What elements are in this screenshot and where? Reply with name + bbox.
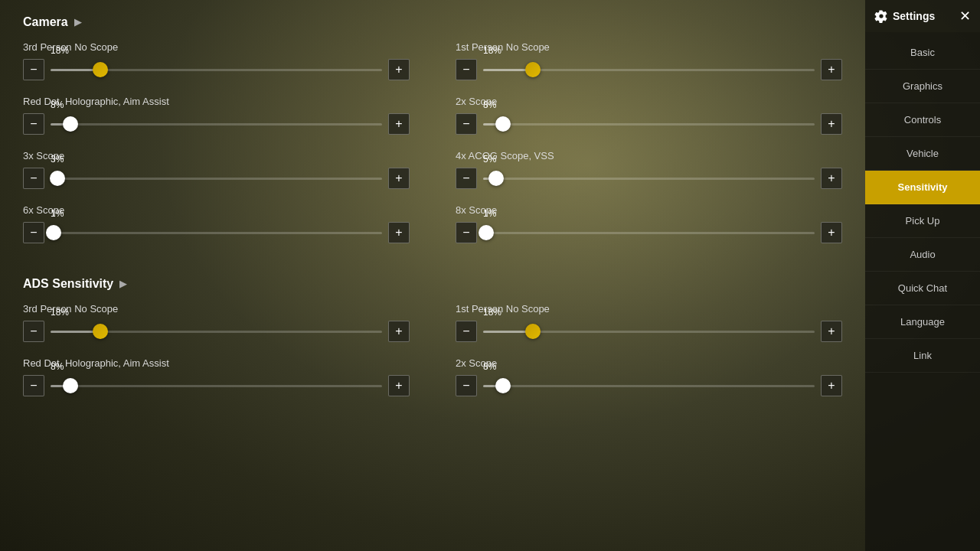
sidebar-item-language[interactable]: Language <box>865 305 980 339</box>
slider-plus-2x-scope[interactable]: + <box>821 113 842 135</box>
slider-minus-4x-acog[interactable]: − <box>456 168 477 189</box>
slider-plus-1st-no-scope[interactable]: + <box>821 59 842 80</box>
slider-row-ads-3rd-no-scope: −18%+ <box>23 321 410 342</box>
slider-minus-3x-scope[interactable]: − <box>23 168 44 189</box>
slider-thumb-3rd-no-scope[interactable] <box>93 62 108 77</box>
slider-minus-ads-1st-no-scope[interactable]: − <box>456 321 477 342</box>
slider-track-ads-2x-scope[interactable] <box>483 385 815 387</box>
settings-header-title: Settings <box>874 9 935 23</box>
slider-thumb-3x-scope[interactable] <box>50 171 65 186</box>
slider-value-8x-scope: 1% <box>483 208 496 219</box>
slider-row-ads-red-dot: −8%+ <box>23 375 410 396</box>
slider-minus-6x-scope[interactable]: − <box>23 222 44 243</box>
slider-row-1st-no-scope: −18%+ <box>456 59 842 80</box>
slider-value-red-dot: 8% <box>51 99 64 110</box>
slider-plus-ads-3rd-no-scope[interactable]: + <box>388 321 410 342</box>
slider-plus-3rd-no-scope[interactable]: + <box>388 59 410 80</box>
sidebar-item-graphics[interactable]: Graphics <box>865 70 980 103</box>
slider-track-red-dot[interactable] <box>51 123 382 126</box>
slider-thumb-4x-acog[interactable] <box>488 171 504 186</box>
slider-row-ads-1st-no-scope: −18%+ <box>456 321 842 342</box>
slider-minus-2x-scope[interactable]: − <box>456 113 477 135</box>
sidebar-item-vehicle[interactable]: Vehicle <box>865 137 980 171</box>
slider-thumb-ads-1st-no-scope[interactable] <box>525 324 541 339</box>
sidebar-item-audio[interactable]: Audio <box>865 238 980 272</box>
sidebar-item-basic[interactable]: Basic <box>865 36 980 70</box>
slider-track-ads-1st-no-scope[interactable] <box>483 331 815 333</box>
slider-value-ads-2x-scope: 8% <box>483 361 496 372</box>
slider-thumb-6x-scope[interactable] <box>46 225 61 240</box>
main-content: Camera ▶ 3rd Person No Scope−18%+Red Dot… <box>0 0 865 551</box>
slider-thumb-ads-3rd-no-scope[interactable] <box>93 324 108 339</box>
sidebar-header: Settings ✕ <box>865 0 980 32</box>
slider-row-3x-scope: −3%+ <box>23 168 410 189</box>
slider-track-ads-red-dot[interactable] <box>51 385 382 387</box>
slider-group-6x-scope: 6x Scope−1%+ <box>23 204 410 243</box>
slider-track-3x-scope[interactable] <box>51 178 382 180</box>
slider-track-3rd-no-scope[interactable] <box>51 69 382 71</box>
slider-minus-ads-red-dot[interactable]: − <box>23 375 44 396</box>
slider-value-3x-scope: 3% <box>51 154 64 165</box>
slider-thumb-red-dot[interactable] <box>63 116 78 132</box>
slider-plus-red-dot[interactable]: + <box>388 113 410 135</box>
slider-minus-1st-no-scope[interactable]: − <box>456 59 477 80</box>
slider-group-ads-red-dot: Red Dot, Holographic, Aim Assist−8%+ <box>23 357 410 396</box>
settings-title-text: Settings <box>893 10 935 22</box>
slider-label-8x-scope: 8x Scope <box>456 204 842 216</box>
slider-thumb-ads-2x-scope[interactable] <box>495 378 511 393</box>
slider-label-ads-2x-scope: 2x Scope <box>456 357 842 369</box>
slider-minus-ads-2x-scope[interactable]: − <box>456 375 477 396</box>
slider-minus-8x-scope[interactable]: − <box>456 222 477 243</box>
slider-plus-ads-red-dot[interactable]: + <box>388 375 410 396</box>
slider-plus-ads-1st-no-scope[interactable]: + <box>821 321 842 342</box>
slider-value-6x-scope: 1% <box>51 208 64 219</box>
slider-label-ads-red-dot: Red Dot, Holographic, Aim Assist <box>23 357 410 369</box>
camera-grid: 3rd Person No Scope−18%+Red Dot, Hologra… <box>23 41 842 259</box>
slider-minus-3rd-no-scope[interactable]: − <box>23 59 44 80</box>
slider-thumb-2x-scope[interactable] <box>495 116 511 132</box>
sidebar-item-pickup[interactable]: Pick Up <box>865 204 980 238</box>
slider-container-8x-scope: 1% <box>483 222 815 243</box>
slider-track-8x-scope[interactable] <box>483 232 815 234</box>
sidebar-item-sensitivity[interactable]: Sensitivity <box>865 171 980 204</box>
slider-value-2x-scope: 8% <box>483 99 496 110</box>
camera-arrow-icon: ▶ <box>74 17 81 28</box>
slider-value-ads-1st-no-scope: 18% <box>483 307 501 318</box>
slider-container-ads-3rd-no-scope: 18% <box>51 321 382 342</box>
slider-container-3rd-no-scope: 18% <box>51 59 382 80</box>
sidebar-item-link[interactable]: Link <box>865 339 980 373</box>
slider-value-ads-3rd-no-scope: 18% <box>51 307 69 318</box>
slider-track-ads-3rd-no-scope[interactable] <box>51 331 382 333</box>
slider-thumb-1st-no-scope[interactable] <box>525 62 541 77</box>
camera-right-col: 1st Person No Scope−18%+2x Scope−8%+4x A… <box>456 41 842 259</box>
slider-plus-ads-2x-scope[interactable]: + <box>821 375 842 396</box>
slider-group-ads-1st-no-scope: 1st Person No Scope−18%+ <box>456 303 842 342</box>
slider-container-4x-acog: 5% <box>483 168 815 189</box>
slider-plus-8x-scope[interactable]: + <box>821 222 842 243</box>
slider-track-4x-acog[interactable] <box>483 178 815 180</box>
slider-container-1st-no-scope: 18% <box>483 59 815 80</box>
slider-plus-6x-scope[interactable]: + <box>388 222 410 243</box>
sidebar-item-quickchat[interactable]: Quick Chat <box>865 272 980 305</box>
close-button[interactable]: ✕ <box>959 8 971 24</box>
slider-plus-4x-acog[interactable]: + <box>821 168 842 189</box>
sidebar-item-controls[interactable]: Controls <box>865 103 980 137</box>
slider-row-8x-scope: −1%+ <box>456 222 842 243</box>
slider-track-2x-scope[interactable] <box>483 123 815 126</box>
camera-left-col: 3rd Person No Scope−18%+Red Dot, Hologra… <box>23 41 410 259</box>
slider-track-6x-scope[interactable] <box>51 232 382 234</box>
slider-container-red-dot: 8% <box>51 113 382 135</box>
slider-track-1st-no-scope[interactable] <box>483 69 815 71</box>
slider-row-6x-scope: −1%+ <box>23 222 410 243</box>
slider-thumb-ads-red-dot[interactable] <box>63 378 78 393</box>
slider-label-4x-acog: 4x ACOG Scope, VSS <box>456 150 842 161</box>
slider-thumb-8x-scope[interactable] <box>479 225 494 240</box>
slider-minus-ads-3rd-no-scope[interactable]: − <box>23 321 44 342</box>
slider-plus-3x-scope[interactable]: + <box>388 168 410 189</box>
ads-section-title: ADS Sensitivity ▶ <box>23 277 842 291</box>
slider-value-4x-acog: 5% <box>483 154 496 165</box>
slider-minus-red-dot[interactable]: − <box>23 113 44 135</box>
slider-label-6x-scope: 6x Scope <box>23 204 410 216</box>
slider-label-3rd-no-scope: 3rd Person No Scope <box>23 41 410 53</box>
slider-container-ads-2x-scope: 8% <box>483 375 815 396</box>
